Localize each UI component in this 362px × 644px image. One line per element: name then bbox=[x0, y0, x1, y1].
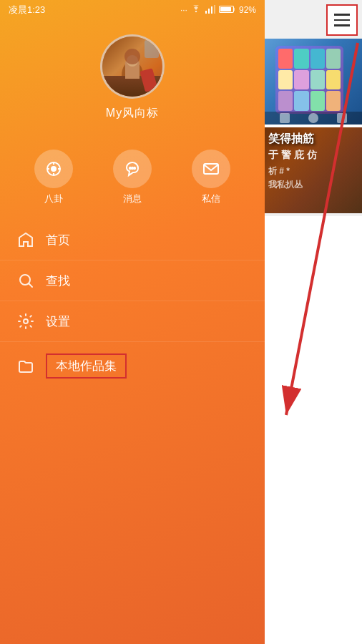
hamburger-line-1 bbox=[334, 14, 350, 16]
message-icon-circle bbox=[113, 150, 152, 188]
dm-icon-circle bbox=[192, 150, 230, 188]
menu-item-settings[interactable]: 设置 bbox=[0, 301, 265, 342]
menu-list: 首页 查找 设置 本地作品集 bbox=[0, 220, 265, 390]
svg-point-18 bbox=[24, 319, 28, 323]
sidebar: 凌晨1:23 ··· bbox=[0, 0, 265, 644]
svg-rect-2 bbox=[211, 6, 212, 14]
svg-rect-1 bbox=[208, 9, 210, 14]
svg-rect-0 bbox=[205, 11, 207, 14]
settings-label: 设置 bbox=[46, 313, 70, 330]
settings-icon bbox=[17, 313, 34, 330]
profile-section: My风向标 bbox=[0, 20, 265, 128]
battery-icon bbox=[219, 5, 236, 16]
phone-screen bbox=[275, 46, 343, 114]
signal-dots: ··· bbox=[180, 5, 187, 15]
search-label: 查找 bbox=[46, 273, 70, 289]
svg-point-14 bbox=[134, 167, 135, 169]
wifi-icon bbox=[190, 5, 202, 16]
quick-actions: 八卦 消息 私信 bbox=[0, 135, 265, 213]
menu-item-local-works[interactable]: 本地作品集 bbox=[0, 342, 265, 390]
home-icon bbox=[17, 231, 34, 248]
menu-item-search[interactable]: 查找 bbox=[0, 260, 265, 301]
folder-icon bbox=[17, 358, 34, 375]
menu-item-home[interactable]: 首页 bbox=[0, 220, 265, 260]
svg-rect-5 bbox=[220, 7, 231, 11]
quick-action-bagua[interactable]: 八卦 bbox=[34, 150, 73, 205]
local-works-box: 本地作品集 bbox=[46, 353, 127, 379]
username: My风向标 bbox=[106, 106, 159, 121]
home-label: 首页 bbox=[46, 232, 70, 248]
svg-point-7 bbox=[52, 167, 56, 171]
svg-line-17 bbox=[29, 284, 33, 288]
status-time: 凌晨1:23 bbox=[9, 4, 45, 16]
quick-action-message[interactable]: 消息 bbox=[113, 150, 152, 205]
svg-rect-3 bbox=[214, 5, 215, 14]
message-label: 消息 bbox=[123, 192, 142, 205]
signal-bars bbox=[205, 5, 216, 16]
hamburger-button[interactable] bbox=[326, 4, 358, 36]
svg-rect-15 bbox=[204, 164, 218, 174]
status-icons: ··· bbox=[180, 5, 256, 16]
image-phone-screenshot bbox=[265, 39, 362, 125]
quick-action-dm[interactable]: 私信 bbox=[192, 150, 230, 205]
avatar[interactable] bbox=[100, 34, 165, 99]
image-writing: 笑得抽筋 于 警 庇 仿 祈 # * 我私扒丛 bbox=[265, 127, 362, 213]
right-panel: 笑得抽筋 于 警 庇 仿 祈 # * 我私扒丛 bbox=[265, 0, 362, 644]
bagua-icon-circle bbox=[34, 150, 73, 188]
hamburger-line-3 bbox=[334, 24, 350, 26]
dm-label: 私信 bbox=[202, 192, 220, 205]
right-bottom-white bbox=[265, 216, 362, 644]
image2-text: 笑得抽筋 于 警 庇 仿 祈 # * 我私扒丛 bbox=[268, 131, 317, 191]
search-icon bbox=[17, 272, 34, 289]
hamburger-line-2 bbox=[334, 19, 350, 21]
local-works-label: 本地作品集 bbox=[56, 359, 117, 373]
bagua-label: 八卦 bbox=[44, 192, 63, 205]
status-bar: 凌晨1:23 ··· bbox=[0, 0, 265, 20]
battery-percent: 92% bbox=[239, 5, 256, 15]
